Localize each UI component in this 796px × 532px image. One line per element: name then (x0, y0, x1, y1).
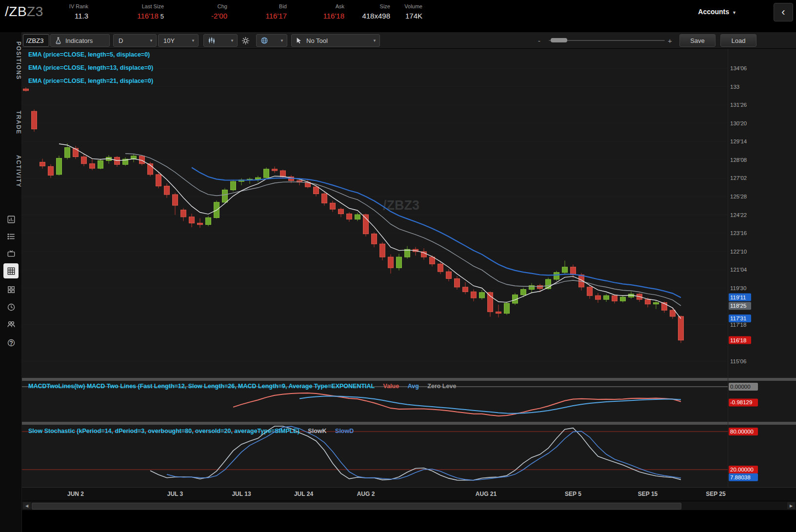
svg-text:SEP 15: SEP 15 (638, 491, 658, 497)
candle (479, 293, 485, 298)
candle (562, 267, 568, 273)
svg-text:128'08: 128'08 (730, 157, 747, 163)
scrollbar-thumb[interactable] (32, 503, 681, 510)
candle (23, 89, 29, 91)
candle (397, 257, 402, 268)
svg-text:JUL 24: JUL 24 (294, 491, 313, 497)
chart-report-icon[interactable] (5, 213, 18, 226)
chart-grid-icon[interactable] (3, 263, 19, 278)
candle (488, 293, 493, 312)
help-icon[interactable]: ? (5, 336, 18, 349)
candle (612, 296, 617, 301)
chevron-down-icon: ▼ (149, 39, 153, 43)
macd-last-label: -0.98129 (729, 398, 758, 406)
stoch-last-label: 7.88038 (729, 473, 758, 481)
community-icon[interactable] (5, 318, 18, 331)
candle (554, 273, 559, 279)
tab-trade[interactable]: TRADE (0, 111, 22, 135)
range-dropdown[interactable]: 10Y ▼ (158, 34, 199, 47)
candle (231, 181, 236, 190)
price-bubble: 116'18 (729, 336, 751, 344)
chart-background (22, 49, 796, 501)
tab-activity[interactable]: ACTIVITY (0, 155, 22, 188)
candle (322, 194, 327, 203)
candle (388, 257, 394, 268)
candle (73, 148, 79, 157)
svg-text:119'11: 119'11 (730, 295, 746, 300)
stoch-overbought-label: 80.00000 (729, 428, 758, 435)
candle (314, 187, 319, 194)
candle (678, 316, 684, 340)
panel-separator[interactable] (22, 422, 796, 425)
candle (338, 209, 344, 214)
candle (206, 217, 211, 224)
candle (98, 160, 103, 168)
drawing-tool-dropdown[interactable]: No Tool ▼ (291, 34, 380, 47)
scroll-right-arrow[interactable]: ▶ (787, 502, 795, 509)
svg-text:133: 133 (730, 84, 739, 90)
candle (181, 210, 186, 217)
candle (32, 111, 37, 129)
order-list-icon[interactable] (5, 230, 18, 243)
svg-text:115'06: 115'06 (730, 358, 746, 364)
history-clock-icon[interactable] (5, 301, 18, 314)
zoom-out-button[interactable]: - (538, 34, 540, 47)
candle-style-icon (208, 37, 216, 44)
candle (355, 215, 360, 219)
chevron-down-icon: ▼ (373, 39, 377, 43)
svg-text:122'10: 122'10 (730, 249, 747, 255)
products-dropdown[interactable]: ▼ (256, 34, 287, 47)
candle (222, 190, 228, 202)
candle (496, 312, 501, 313)
candle (596, 296, 601, 299)
zoom-slider-thumb[interactable] (551, 38, 567, 42)
candle (604, 296, 609, 299)
candle (471, 292, 477, 298)
aggregation-dropdown[interactable]: D ▼ (113, 34, 157, 47)
save-button[interactable]: Save (679, 34, 716, 47)
chart-toolbar: /ZBZ3 Indicators D ▼ 10Y ▼ ▼ ▼ No Tool ▼ (22, 32, 796, 49)
panel-separator[interactable] (22, 378, 796, 381)
candle (430, 257, 435, 264)
accounts-menu[interactable]: Accounts▼ (698, 8, 736, 16)
cursor-icon (296, 37, 302, 44)
scroll-left-arrow[interactable]: ◀ (23, 502, 31, 509)
tv-icon[interactable] (5, 247, 18, 260)
svg-text:129'14: 129'14 (730, 138, 747, 144)
svg-text:AUG 2: AUG 2 (357, 491, 375, 497)
load-button[interactable]: Load (720, 34, 756, 47)
candle (256, 177, 261, 179)
svg-text:116'18: 116'18 (730, 337, 746, 343)
chevron-left-icon: ‹ (781, 7, 785, 18)
candle (504, 303, 510, 314)
collapse-panel-button[interactable]: ‹ (774, 3, 793, 21)
candle (173, 195, 178, 205)
svg-text:125'28: 125'28 (730, 194, 747, 199)
svg-text:JUL 3: JUL 3 (167, 491, 183, 497)
symbol-root: /ZB (5, 4, 27, 19)
candle (654, 302, 659, 304)
chart-style-dropdown[interactable]: ▼ (203, 34, 238, 47)
svg-text:JUL 13: JUL 13 (232, 491, 251, 497)
symbol-input[interactable]: /ZBZ3 (23, 34, 49, 47)
candle (571, 267, 576, 275)
candle (438, 264, 443, 272)
chevron-down-icon: ▼ (732, 10, 736, 15)
candle (380, 244, 385, 257)
svg-text:119'30: 119'30 (730, 285, 746, 291)
stat-ask: Ask 116'18 (287, 3, 344, 20)
chart-settings-button[interactable] (239, 34, 252, 47)
tab-positions[interactable]: POSITIONS (0, 41, 22, 80)
svg-text:123'16: 123'16 (730, 230, 747, 236)
indicators-button[interactable]: Indicators (50, 34, 110, 47)
chart-hscrollbar[interactable]: ◀ ▶ (22, 501, 796, 510)
chart-region: /ZBZ3134'06133131'26130'20129'14128'0812… (22, 49, 796, 501)
zoom-in-button[interactable]: + (668, 34, 672, 47)
svg-text:7.88038: 7.88038 (730, 474, 751, 480)
candle (620, 297, 626, 301)
chart-canvas[interactable]: /ZBZ3134'06133131'26130'20129'14128'0812… (22, 49, 796, 501)
candle (164, 186, 170, 195)
candle (90, 164, 95, 169)
apps-icon[interactable] (5, 283, 18, 296)
candle (330, 203, 336, 209)
